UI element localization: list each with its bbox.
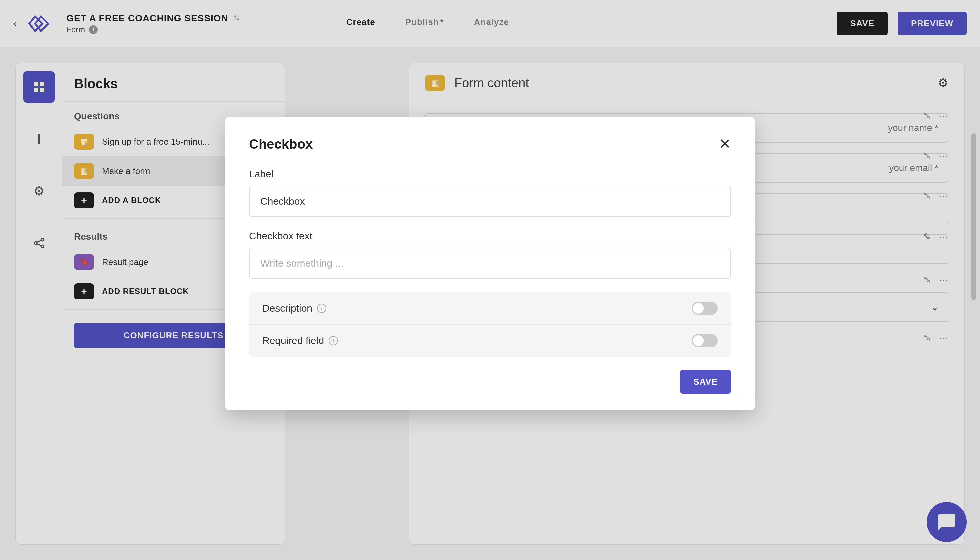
label-input[interactable] bbox=[249, 186, 731, 217]
checkbox-text-label: Checkbox text bbox=[249, 230, 731, 242]
modal-save-button[interactable]: SAVE bbox=[680, 370, 731, 394]
label-field-label: Label bbox=[249, 168, 731, 180]
modal-title: Checkbox bbox=[249, 137, 313, 152]
description-toggle[interactable] bbox=[692, 302, 718, 315]
checkbox-text-input[interactable] bbox=[249, 248, 731, 279]
checkbox-modal: Checkbox ✕ Label Checkbox text Descripti… bbox=[225, 117, 755, 410]
close-icon[interactable]: ✕ bbox=[719, 137, 731, 151]
required-label: Required field bbox=[262, 335, 324, 346]
description-label: Description bbox=[262, 303, 312, 314]
toggle-group: Descriptioni Required fieldi bbox=[249, 292, 731, 357]
description-toggle-row: Descriptioni bbox=[249, 292, 731, 324]
info-icon[interactable]: i bbox=[329, 336, 338, 345]
required-toggle-row: Required fieldi bbox=[249, 324, 731, 357]
info-icon[interactable]: i bbox=[317, 304, 326, 313]
required-toggle[interactable] bbox=[692, 334, 718, 347]
